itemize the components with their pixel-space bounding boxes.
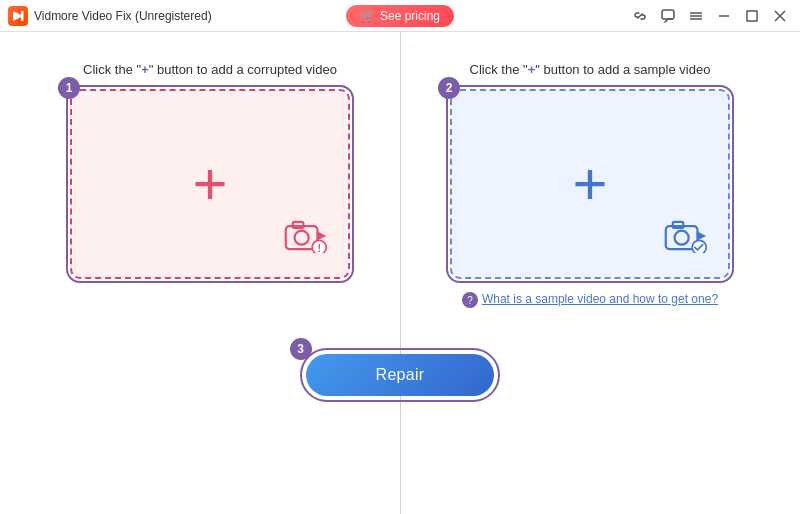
maximize-button[interactable] — [740, 4, 764, 28]
svg-rect-2 — [662, 10, 674, 19]
repair-btn-outer-border: Repair — [300, 348, 501, 402]
repair-area: 3 Repair — [300, 348, 501, 402]
chat-button[interactable] — [656, 4, 680, 28]
repair-button[interactable]: Repair — [306, 354, 495, 396]
svg-rect-17 — [673, 222, 684, 228]
pricing-btn-container: 🛒 See pricing — [346, 5, 454, 27]
badge-2: 2 — [438, 77, 460, 99]
app-title: Vidmore Video Fix (Unregistered) — [34, 9, 212, 23]
cart-icon: 🛒 — [360, 9, 375, 23]
window-controls — [628, 4, 792, 28]
sample-link-container: ? What is a sample video and how to get … — [462, 291, 718, 308]
badge-1: 1 — [58, 77, 80, 99]
see-pricing-button[interactable]: 🛒 See pricing — [346, 5, 454, 27]
svg-rect-1 — [21, 11, 24, 21]
minimize-button[interactable] — [712, 4, 736, 28]
svg-rect-12 — [293, 222, 304, 228]
pricing-label: See pricing — [380, 9, 440, 23]
right-panel: Click the "+" button to add a sample vid… — [420, 62, 760, 308]
svg-point-16 — [675, 231, 689, 245]
left-panel-label: Click the "+" button to add a corrupted … — [83, 62, 337, 77]
svg-point-11 — [295, 231, 309, 245]
svg-text:!: ! — [317, 242, 321, 253]
plus-icon-red: + — [192, 154, 227, 214]
corrupted-camera-icon: ! — [284, 217, 328, 257]
sample-camera-icon — [664, 217, 708, 257]
corrupted-video-dropzone[interactable]: + ! — [70, 89, 350, 279]
left-panel: Click the "+" button to add a corrupted … — [40, 62, 380, 279]
svg-rect-7 — [747, 11, 757, 21]
center-divider — [400, 32, 401, 514]
question-icon: ? — [462, 292, 478, 308]
plus-icon-blue: + — [572, 154, 607, 214]
sample-video-dropzone[interactable]: + — [450, 89, 730, 279]
badge-3: 3 — [290, 338, 312, 360]
main-content: Click the "+" button to add a corrupted … — [0, 32, 800, 514]
sample-link[interactable]: What is a sample video and how to get on… — [482, 291, 718, 308]
right-panel-label: Click the "+" button to add a sample vid… — [470, 62, 711, 77]
logo-icon — [8, 6, 28, 26]
menu-button[interactable] — [684, 4, 708, 28]
close-button[interactable] — [768, 4, 792, 28]
sample-video-wrapper: 2 + — [450, 89, 730, 279]
repair-btn-wrapper: 3 Repair — [300, 348, 501, 402]
app-logo: Vidmore Video Fix (Unregistered) — [8, 6, 212, 26]
title-bar: Vidmore Video Fix (Unregistered) 🛒 See p… — [0, 0, 800, 32]
link-button[interactable] — [628, 4, 652, 28]
corrupted-video-wrapper: 1 + — [70, 89, 350, 279]
